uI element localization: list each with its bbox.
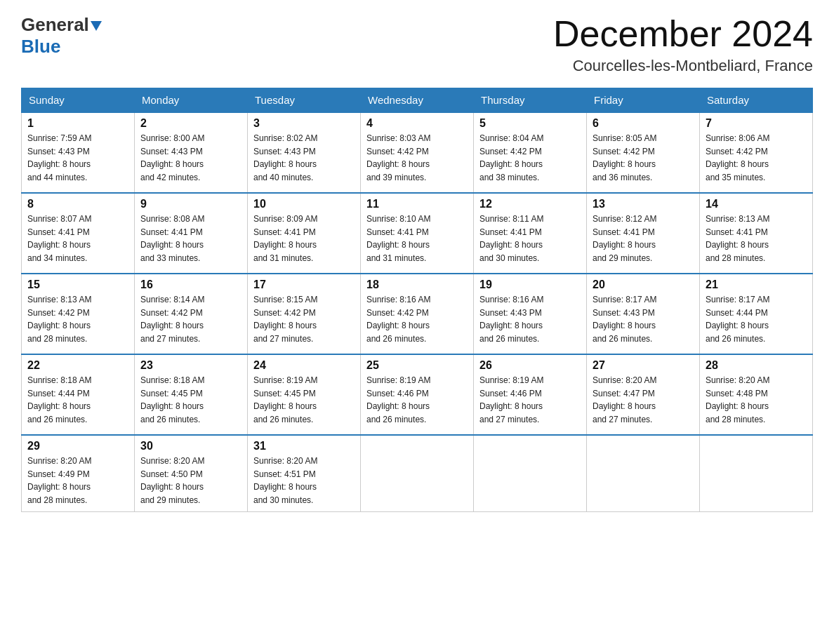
weekday-header-friday: Friday bbox=[587, 88, 700, 113]
day-info: Sunrise: 8:20 AM Sunset: 4:48 PM Dayligh… bbox=[706, 374, 807, 426]
calendar-cell: 11Sunrise: 8:10 AM Sunset: 4:41 PM Dayli… bbox=[361, 193, 474, 274]
day-info: Sunrise: 8:16 AM Sunset: 4:43 PM Dayligh… bbox=[479, 293, 581, 345]
day-number: 2 bbox=[140, 117, 241, 130]
day-number: 1 bbox=[27, 117, 128, 130]
calendar-cell: 28Sunrise: 8:20 AM Sunset: 4:48 PM Dayli… bbox=[700, 354, 813, 435]
day-info: Sunrise: 8:12 AM Sunset: 4:41 PM Dayligh… bbox=[593, 213, 694, 264]
day-info: Sunrise: 8:20 AM Sunset: 4:50 PM Dayligh… bbox=[140, 455, 241, 507]
day-info: Sunrise: 8:00 AM Sunset: 4:43 PM Dayligh… bbox=[140, 132, 241, 184]
day-number: 8 bbox=[27, 198, 128, 210]
day-number: 9 bbox=[140, 198, 241, 210]
calendar-cell: 9Sunrise: 8:08 AM Sunset: 4:41 PM Daylig… bbox=[135, 193, 248, 274]
calendar-cell: 22Sunrise: 8:18 AM Sunset: 4:44 PM Dayli… bbox=[22, 354, 135, 435]
day-number: 4 bbox=[366, 117, 468, 130]
day-number: 18 bbox=[366, 279, 468, 291]
calendar-cell: 27Sunrise: 8:20 AM Sunset: 4:47 PM Dayli… bbox=[587, 354, 700, 435]
day-number: 6 bbox=[593, 117, 694, 130]
month-title: December 2024 bbox=[553, 14, 813, 54]
calendar-cell: 3Sunrise: 8:02 AM Sunset: 4:43 PM Daylig… bbox=[248, 112, 361, 193]
calendar-cell: 31Sunrise: 8:20 AM Sunset: 4:51 PM Dayli… bbox=[248, 435, 361, 511]
day-number: 19 bbox=[479, 279, 581, 291]
calendar-table: SundayMondayTuesdayWednesdayThursdayFrid… bbox=[21, 88, 813, 511]
day-number: 11 bbox=[366, 198, 468, 210]
day-info: Sunrise: 8:07 AM Sunset: 4:41 PM Dayligh… bbox=[27, 213, 128, 264]
day-info: Sunrise: 8:18 AM Sunset: 4:44 PM Dayligh… bbox=[27, 374, 128, 426]
day-info: Sunrise: 8:05 AM Sunset: 4:42 PM Dayligh… bbox=[593, 132, 694, 184]
calendar-cell: 29Sunrise: 8:20 AM Sunset: 4:49 PM Dayli… bbox=[22, 435, 135, 511]
calendar-cell: 21Sunrise: 8:17 AM Sunset: 4:44 PM Dayli… bbox=[700, 274, 813, 354]
calendar-cell: 25Sunrise: 8:19 AM Sunset: 4:46 PM Dayli… bbox=[361, 354, 474, 435]
day-info: Sunrise: 8:10 AM Sunset: 4:41 PM Dayligh… bbox=[366, 213, 468, 264]
calendar-cell: 17Sunrise: 8:15 AM Sunset: 4:42 PM Dayli… bbox=[248, 274, 361, 354]
day-number: 13 bbox=[593, 198, 694, 210]
calendar-cell: 20Sunrise: 8:17 AM Sunset: 4:43 PM Dayli… bbox=[587, 274, 700, 354]
calendar-cell: 5Sunrise: 8:04 AM Sunset: 4:42 PM Daylig… bbox=[474, 112, 587, 193]
day-number: 14 bbox=[706, 198, 807, 210]
day-number: 17 bbox=[253, 279, 355, 291]
day-number: 27 bbox=[593, 359, 694, 372]
day-info: Sunrise: 8:02 AM Sunset: 4:43 PM Dayligh… bbox=[253, 132, 355, 184]
day-info: Sunrise: 8:20 AM Sunset: 4:49 PM Dayligh… bbox=[27, 455, 128, 507]
calendar-cell: 4Sunrise: 8:03 AM Sunset: 4:42 PM Daylig… bbox=[361, 112, 474, 193]
calendar-cell: 23Sunrise: 8:18 AM Sunset: 4:45 PM Dayli… bbox=[135, 354, 248, 435]
location-title: Courcelles-les-Montbeliard, France bbox=[553, 57, 813, 75]
day-info: Sunrise: 8:18 AM Sunset: 4:45 PM Dayligh… bbox=[140, 374, 241, 426]
day-info: Sunrise: 8:14 AM Sunset: 4:42 PM Dayligh… bbox=[140, 293, 241, 345]
day-info: Sunrise: 8:15 AM Sunset: 4:42 PM Dayligh… bbox=[253, 293, 355, 345]
weekday-header-thursday: Thursday bbox=[474, 88, 587, 113]
day-number: 3 bbox=[253, 117, 355, 130]
day-info: Sunrise: 8:20 AM Sunset: 4:51 PM Dayligh… bbox=[253, 455, 355, 507]
calendar-cell: 7Sunrise: 8:06 AM Sunset: 4:42 PM Daylig… bbox=[700, 112, 813, 193]
day-number: 31 bbox=[253, 440, 355, 452]
calendar-cell bbox=[700, 435, 813, 511]
day-number: 7 bbox=[706, 117, 807, 130]
day-info: Sunrise: 8:04 AM Sunset: 4:42 PM Dayligh… bbox=[479, 132, 581, 184]
day-info: Sunrise: 8:13 AM Sunset: 4:41 PM Dayligh… bbox=[706, 213, 807, 264]
day-number: 30 bbox=[140, 440, 241, 452]
calendar-cell: 2Sunrise: 8:00 AM Sunset: 4:43 PM Daylig… bbox=[135, 112, 248, 193]
calendar-cell: 15Sunrise: 8:13 AM Sunset: 4:42 PM Dayli… bbox=[22, 274, 135, 354]
logo: General Blue bbox=[21, 14, 102, 58]
day-info: Sunrise: 8:19 AM Sunset: 4:46 PM Dayligh… bbox=[366, 374, 468, 426]
day-info: Sunrise: 8:19 AM Sunset: 4:46 PM Dayligh… bbox=[479, 374, 581, 426]
calendar-cell: 10Sunrise: 8:09 AM Sunset: 4:41 PM Dayli… bbox=[248, 193, 361, 274]
day-number: 23 bbox=[140, 359, 241, 372]
day-info: Sunrise: 8:19 AM Sunset: 4:45 PM Dayligh… bbox=[253, 374, 355, 426]
weekday-header-wednesday: Wednesday bbox=[361, 88, 474, 113]
day-info: Sunrise: 8:09 AM Sunset: 4:41 PM Dayligh… bbox=[253, 213, 355, 264]
weekday-header-sunday: Sunday bbox=[22, 88, 135, 113]
day-info: Sunrise: 8:06 AM Sunset: 4:42 PM Dayligh… bbox=[706, 132, 807, 184]
day-number: 16 bbox=[140, 279, 241, 291]
day-number: 29 bbox=[27, 440, 128, 452]
calendar-cell: 26Sunrise: 8:19 AM Sunset: 4:46 PM Dayli… bbox=[474, 354, 587, 435]
day-info: Sunrise: 8:17 AM Sunset: 4:44 PM Dayligh… bbox=[706, 293, 807, 345]
logo-general: General bbox=[21, 14, 89, 35]
day-info: Sunrise: 8:08 AM Sunset: 4:41 PM Dayligh… bbox=[140, 213, 241, 264]
day-info: Sunrise: 8:13 AM Sunset: 4:42 PM Dayligh… bbox=[27, 293, 128, 345]
day-info: Sunrise: 8:11 AM Sunset: 4:41 PM Dayligh… bbox=[479, 213, 581, 264]
calendar-cell: 30Sunrise: 8:20 AM Sunset: 4:50 PM Dayli… bbox=[135, 435, 248, 511]
calendar-cell: 19Sunrise: 8:16 AM Sunset: 4:43 PM Dayli… bbox=[474, 274, 587, 354]
day-info: Sunrise: 8:03 AM Sunset: 4:42 PM Dayligh… bbox=[366, 132, 468, 184]
calendar-cell: 13Sunrise: 8:12 AM Sunset: 4:41 PM Dayli… bbox=[587, 193, 700, 274]
day-info: Sunrise: 8:20 AM Sunset: 4:47 PM Dayligh… bbox=[593, 374, 694, 426]
day-number: 12 bbox=[479, 198, 581, 210]
day-info: Sunrise: 7:59 AM Sunset: 4:43 PM Dayligh… bbox=[27, 132, 128, 184]
calendar-cell: 24Sunrise: 8:19 AM Sunset: 4:45 PM Dayli… bbox=[248, 354, 361, 435]
calendar-cell: 1Sunrise: 7:59 AM Sunset: 4:43 PM Daylig… bbox=[22, 112, 135, 193]
day-number: 10 bbox=[253, 198, 355, 210]
calendar-cell: 12Sunrise: 8:11 AM Sunset: 4:41 PM Dayli… bbox=[474, 193, 587, 274]
calendar-cell bbox=[474, 435, 587, 511]
page-header: General Blue December 2024 Courcelles-le… bbox=[21, 14, 813, 75]
day-number: 15 bbox=[27, 279, 128, 291]
day-number: 26 bbox=[479, 359, 581, 372]
day-number: 24 bbox=[253, 359, 355, 372]
day-number: 5 bbox=[479, 117, 581, 130]
day-number: 21 bbox=[706, 279, 807, 291]
calendar-cell: 16Sunrise: 8:14 AM Sunset: 4:42 PM Dayli… bbox=[135, 274, 248, 354]
calendar-cell: 18Sunrise: 8:16 AM Sunset: 4:42 PM Dayli… bbox=[361, 274, 474, 354]
day-info: Sunrise: 8:16 AM Sunset: 4:42 PM Dayligh… bbox=[366, 293, 468, 345]
logo-blue: Blue bbox=[21, 36, 60, 58]
calendar-cell bbox=[361, 435, 474, 511]
day-number: 20 bbox=[593, 279, 694, 291]
